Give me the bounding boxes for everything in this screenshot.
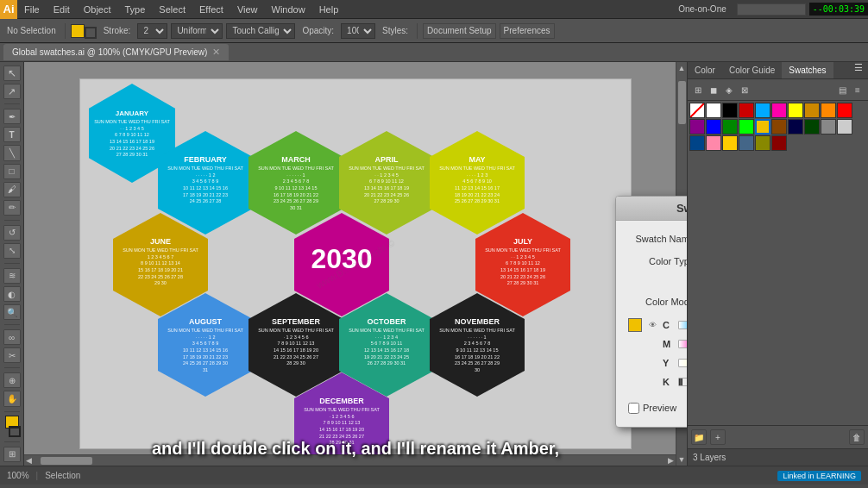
menu-object[interactable]: Object <box>77 4 118 15</box>
linkedin-badge: Linked in LEARNING <box>777 471 861 481</box>
swatch-gold[interactable] <box>722 135 738 151</box>
show-gradient-swatches-btn[interactable]: ◈ <box>721 82 737 97</box>
swatch-blue[interactable] <box>706 119 721 135</box>
swatch-magenta[interactable] <box>771 103 787 118</box>
swatch-purple[interactable] <box>689 119 705 135</box>
y-slider-track[interactable] <box>678 359 687 367</box>
new-swatch-btn[interactable]: + <box>710 429 726 445</box>
menu-type[interactable]: Type <box>118 4 153 15</box>
pen-tool[interactable]: ✒ <box>3 109 21 124</box>
k-slider-track[interactable] <box>678 378 687 386</box>
scissors-tool[interactable]: ✂ <box>3 347 21 363</box>
new-color-group-btn[interactable]: 📁 <box>691 429 707 445</box>
hand-tool[interactable]: ✋ <box>3 391 21 406</box>
gradient-tool[interactable]: ◐ <box>3 286 21 302</box>
swatch-dark-green[interactable] <box>804 119 820 135</box>
swatch-dark-blue[interactable] <box>689 135 705 151</box>
tab-color-guide[interactable]: Color Guide <box>722 62 782 78</box>
menu-help[interactable]: Help <box>312 4 346 15</box>
timer-display: --00:03:39 <box>809 3 868 16</box>
pencil-tool[interactable]: ✏ <box>3 200 21 216</box>
c-eye-icon[interactable]: 👁 <box>645 318 659 332</box>
rotate-tool[interactable]: ↺ <box>3 225 21 241</box>
swatch-pink[interactable] <box>706 135 721 151</box>
eyedropper-tool[interactable]: 🔍 <box>3 304 21 320</box>
scroll-thumb[interactable] <box>678 81 686 124</box>
swatch-gray[interactable] <box>821 119 836 135</box>
stroke-style-select[interactable]: Uniform <box>171 23 223 39</box>
brush-select[interactable]: Touch Callig... <box>226 23 295 39</box>
preferences-button[interactable]: Preferences <box>500 23 555 39</box>
rect-tool[interactable]: □ <box>3 164 21 179</box>
swatch-orange[interactable] <box>821 103 836 118</box>
swatch-lime[interactable] <box>739 119 754 135</box>
doc-setup-button[interactable]: Document Setup <box>423 23 496 39</box>
swatch-options-btn[interactable]: ≡ <box>850 82 865 97</box>
swatch-cyan[interactable] <box>755 103 771 118</box>
swatch-none[interactable] <box>689 103 705 118</box>
swatch-view-btn[interactable]: ▤ <box>834 82 850 97</box>
line-tool[interactable]: ╲ <box>3 145 21 160</box>
menu-bar: Ai File Edit Object Type Select Effect V… <box>0 0 868 19</box>
menu-view[interactable]: View <box>230 4 265 15</box>
document-tab[interactable]: Global swatches.ai @ 100% (CMYK/GPU Prev… <box>3 44 229 60</box>
direct-select-tool[interactable]: ↗ <box>3 84 21 99</box>
h-scroll-thumb[interactable] <box>41 457 92 465</box>
zoom-tool[interactable]: ⊕ <box>3 372 21 388</box>
screen-mode-button[interactable]: ⊞ <box>3 447 21 462</box>
swatch-dark-yellow[interactable] <box>804 103 820 118</box>
app-logo: Ai <box>0 0 17 19</box>
swatch-cmyk-red[interactable] <box>739 103 754 118</box>
preview-checkbox[interactable] <box>628 403 639 414</box>
scale-tool[interactable]: ⤡ <box>3 243 21 259</box>
tab-swatches[interactable]: Swatches <box>782 62 833 78</box>
type-tool[interactable]: T <box>3 127 21 142</box>
delete-swatch-btn[interactable]: 🗑 <box>849 429 865 445</box>
menu-file[interactable]: File <box>17 4 47 15</box>
menu-edit[interactable]: Edit <box>47 4 77 15</box>
menu-select[interactable]: Select <box>152 4 192 15</box>
swatch-light-gray[interactable] <box>837 119 852 135</box>
swatch-teal[interactable] <box>722 119 738 135</box>
swatch-amber[interactable] <box>755 119 771 135</box>
swatch-bright-red[interactable] <box>837 103 852 118</box>
show-pattern-swatches-btn[interactable]: ⊠ <box>737 82 752 97</box>
stroke-color-swatch[interactable] <box>85 27 97 39</box>
menu-effect[interactable]: Effect <box>192 4 230 15</box>
swatch-olive[interactable] <box>755 135 771 151</box>
warp-tool[interactable]: ≋ <box>3 268 21 284</box>
m-slider-track[interactable] <box>678 340 687 348</box>
swatch-black[interactable] <box>722 103 738 118</box>
preview-label: Preview <box>643 403 676 413</box>
stroke-label: Stroke: <box>100 24 135 37</box>
c-slider-track[interactable] <box>678 321 687 329</box>
swatch-maroon[interactable] <box>771 135 787 151</box>
swatch-steel[interactable] <box>739 135 754 151</box>
search-bar[interactable] <box>737 3 806 16</box>
fill-color-swatch[interactable] <box>71 24 85 38</box>
swatch-navy[interactable] <box>788 119 803 135</box>
swatch-yellow[interactable] <box>788 103 803 118</box>
stroke-indicator[interactable] <box>9 426 21 437</box>
stroke-weight-select[interactable]: 2 pt <box>137 23 167 39</box>
doc-tab-close[interactable]: ✕ <box>212 47 220 58</box>
panel-menu-icon[interactable]: ☰ <box>849 62 868 78</box>
selection-tool[interactable]: ↖ <box>3 66 21 81</box>
tab-color[interactable]: Color <box>688 62 722 78</box>
layers-label: 3 Layers <box>688 448 868 466</box>
canvas-area[interactable]: JANUARY SUN MON TUE WED THU FRI SAT · · … <box>24 62 687 466</box>
blend-tool[interactable]: ∞ <box>3 329 21 345</box>
opacity-select[interactable]: 100% <box>341 23 375 39</box>
paintbrush-tool[interactable]: 🖌 <box>3 182 21 197</box>
panel-icons-row: ⊞ ◼ ◈ ⊠ ▤ ≡ <box>688 79 868 101</box>
horizontal-scrollbar[interactable]: ◀ ▶ <box>24 454 676 466</box>
show-color-swatches-btn[interactable]: ◼ <box>706 82 721 97</box>
swatch-white[interactable] <box>706 103 721 118</box>
status-zoom[interactable]: 100% <box>7 471 29 480</box>
menu-window[interactable]: Window <box>265 4 312 15</box>
document-tab-bar: Global swatches.ai @ 100% (CMYK/GPU Prev… <box>0 43 868 62</box>
swatch-brown[interactable] <box>771 119 787 135</box>
show-all-swatches-btn[interactable]: ⊞ <box>690 82 706 97</box>
panel-tabs: Color Color Guide Swatches ☰ <box>688 62 868 79</box>
swatches-grid <box>688 101 868 153</box>
